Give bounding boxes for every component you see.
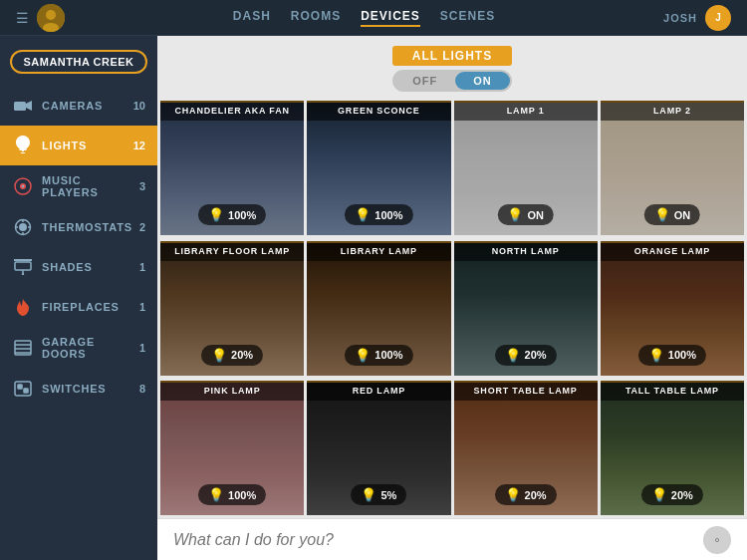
thermostats-label: THERMOSTATS bbox=[42, 221, 139, 233]
content-area: ALL LIGHTS OFF ON CHANDELIER AKA FAN💡100… bbox=[157, 36, 747, 560]
device-card[interactable]: SHORT TABLE LAMP💡20% bbox=[454, 381, 598, 515]
off-toggle[interactable]: OFF bbox=[394, 72, 455, 90]
svg-rect-14 bbox=[14, 259, 32, 261]
device-bulb-icon: 💡 bbox=[654, 207, 670, 222]
device-card[interactable]: TALL TABLE LAMP💡20% bbox=[601, 381, 744, 515]
device-card[interactable]: LAMP 1💡ON bbox=[454, 101, 598, 235]
device-name: CHANDELIER AKA FAN bbox=[160, 101, 304, 121]
device-bulb-icon: 💡 bbox=[648, 348, 664, 363]
nav-avatar bbox=[37, 4, 65, 32]
sidebar-item-cameras[interactable]: CAMERAS 10 bbox=[0, 86, 157, 126]
fire-icon bbox=[12, 296, 34, 318]
device-name: SHORT TABLE LAMP bbox=[454, 381, 598, 401]
device-bulb-icon: 💡 bbox=[505, 348, 521, 363]
device-bulb-icon: 💡 bbox=[208, 207, 224, 222]
garage-count: 1 bbox=[139, 342, 145, 354]
device-bulb-icon: 💡 bbox=[211, 348, 227, 363]
device-name: LAMP 1 bbox=[454, 101, 598, 121]
device-value: 💡100% bbox=[345, 345, 412, 366]
device-value: 💡100% bbox=[638, 345, 706, 366]
thermostats-count: 2 bbox=[139, 221, 145, 233]
cameras-label: CAMERAS bbox=[42, 100, 133, 112]
device-card[interactable]: LIBRARY LAMP💡100% bbox=[307, 241, 450, 376]
device-name: RED LAMP bbox=[307, 381, 450, 401]
menu-icon[interactable]: ☰ bbox=[16, 10, 29, 26]
device-card[interactable]: CHANDELIER AKA FAN💡100% bbox=[160, 101, 304, 235]
device-card[interactable]: NORTH LAMP💡20% bbox=[454, 241, 598, 376]
nav-scenes[interactable]: SCENES bbox=[440, 9, 495, 27]
bulb-icon bbox=[12, 135, 34, 156]
sidebar-item-lights[interactable]: LIGHTS 12 bbox=[0, 126, 157, 165]
device-value: 💡5% bbox=[351, 484, 406, 505]
device-bulb-icon: 💡 bbox=[361, 487, 376, 502]
sidebar: SAMANTHA CREEK CAMERAS 10 LIGHTS 12 bbox=[0, 36, 157, 560]
device-bulb-icon: 💡 bbox=[505, 487, 521, 502]
device-name: LIBRARY FLOOR LAMP bbox=[160, 241, 304, 261]
nav-dash[interactable]: DASH bbox=[233, 9, 271, 27]
device-value: 💡20% bbox=[201, 345, 263, 366]
svg-rect-15 bbox=[15, 262, 31, 270]
device-name: ORANGE LAMP bbox=[601, 241, 744, 261]
device-value-text: ON bbox=[527, 209, 544, 221]
bottom-bar: ⚬ bbox=[157, 518, 747, 560]
nav-devices[interactable]: DEVICES bbox=[361, 9, 420, 27]
device-name: NORTH LAMP bbox=[454, 241, 598, 261]
sidebar-item-thermostats[interactable]: THERMOSTATS 2 bbox=[0, 207, 157, 247]
device-value-text: 20% bbox=[671, 489, 693, 501]
device-card[interactable]: ORANGE LAMP💡100% bbox=[601, 241, 744, 376]
svg-rect-24 bbox=[24, 389, 28, 393]
camera-icon bbox=[12, 95, 34, 117]
svg-point-9 bbox=[19, 223, 27, 231]
sidebar-item-music[interactable]: MUSIC PLAYERS 3 bbox=[0, 165, 157, 207]
device-name: PINK LAMP bbox=[160, 381, 304, 401]
device-value: 💡100% bbox=[198, 204, 266, 225]
device-card[interactable]: LAMP 2💡ON bbox=[601, 101, 744, 235]
sidebar-item-switches[interactable]: SWITCHES 8 bbox=[0, 369, 157, 409]
switch-icon bbox=[12, 378, 34, 400]
nav-username: JOSH bbox=[663, 12, 697, 24]
lights-label: LIGHTS bbox=[42, 140, 133, 151]
music-count: 3 bbox=[139, 180, 145, 192]
device-value: 💡20% bbox=[641, 484, 703, 505]
thermo-icon bbox=[12, 216, 34, 238]
device-value-text: 20% bbox=[231, 349, 253, 361]
mic-button[interactable]: ⚬ bbox=[703, 526, 731, 554]
top-nav: ☰ DASH ROOMS DEVICES SCENES JOSH J bbox=[0, 0, 747, 36]
switches-count: 8 bbox=[139, 383, 145, 395]
nav-rooms[interactable]: ROOMS bbox=[291, 9, 341, 27]
on-toggle[interactable]: ON bbox=[455, 72, 510, 90]
device-card[interactable]: PINK LAMP💡100% bbox=[160, 381, 304, 515]
device-value: 💡ON bbox=[497, 204, 554, 225]
music-label: MUSIC PLAYERS bbox=[42, 174, 139, 198]
nav-left: ☰ bbox=[16, 4, 65, 32]
voice-input[interactable] bbox=[173, 531, 703, 549]
device-value-text: 100% bbox=[668, 349, 696, 361]
all-lights-bar: ALL LIGHTS OFF ON bbox=[157, 36, 747, 98]
device-bulb-icon: 💡 bbox=[208, 487, 224, 502]
device-card[interactable]: RED LAMP💡5% bbox=[307, 381, 450, 515]
all-lights-badge: ALL LIGHTS bbox=[392, 46, 512, 66]
svg-point-1 bbox=[46, 10, 56, 20]
device-name: LAMP 2 bbox=[601, 101, 744, 121]
sidebar-item-fireplaces[interactable]: FIREPLACES 1 bbox=[0, 287, 157, 327]
nav-right: JOSH J bbox=[663, 5, 731, 31]
device-value: 💡20% bbox=[495, 345, 557, 366]
nav-links: DASH ROOMS DEVICES SCENES bbox=[233, 9, 495, 27]
device-card[interactable]: LIBRARY FLOOR LAMP💡20% bbox=[160, 241, 304, 376]
garage-label: GARAGE DOORS bbox=[42, 336, 139, 360]
sidebar-item-garage[interactable]: GARAGE DOORS 1 bbox=[0, 327, 157, 369]
fireplaces-count: 1 bbox=[139, 301, 145, 313]
lights-count: 12 bbox=[133, 140, 145, 151]
device-value-text: 100% bbox=[228, 209, 256, 221]
device-value: 💡100% bbox=[198, 484, 266, 505]
device-bulb-icon: 💡 bbox=[355, 207, 371, 222]
switches-label: SWITCHES bbox=[42, 383, 139, 395]
device-name: LIBRARY LAMP bbox=[307, 241, 450, 261]
music-icon bbox=[12, 175, 34, 197]
device-value: 💡ON bbox=[644, 204, 701, 225]
device-bulb-icon: 💡 bbox=[507, 207, 523, 222]
shades-icon bbox=[12, 256, 34, 278]
sidebar-item-shades[interactable]: SHADES 1 bbox=[0, 247, 157, 287]
device-card[interactable]: GREEN SCONCE💡100% bbox=[307, 101, 450, 235]
svg-point-7 bbox=[22, 185, 24, 187]
